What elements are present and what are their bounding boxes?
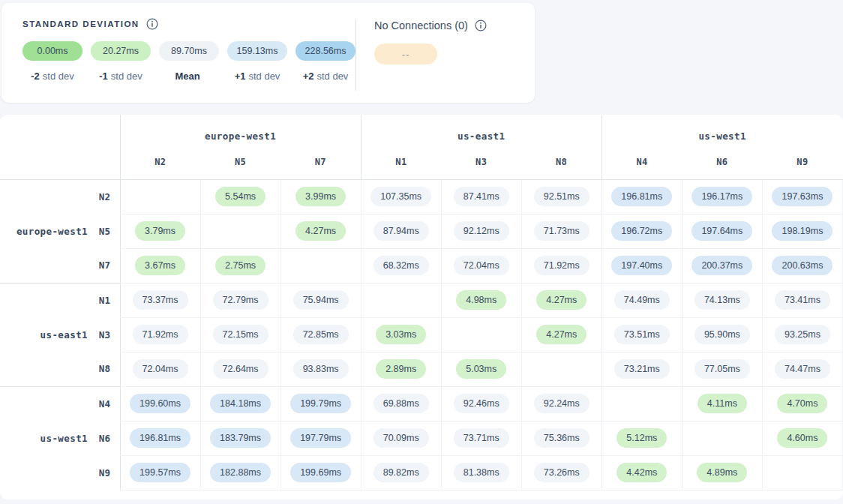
latency-cell: 74.47ms <box>762 352 842 386</box>
latency-pill[interactable]: 4.27ms <box>296 221 346 241</box>
latency-pill[interactable]: 200.63ms <box>772 256 832 275</box>
latency-cell: 199.57ms <box>120 455 200 490</box>
latency-pill[interactable]: 4.89ms <box>697 463 747 482</box>
latency-pill[interactable]: 71.73ms <box>534 221 590 241</box>
latency-pill[interactable]: 72.79ms <box>213 290 268 310</box>
latency-pill[interactable]: 3.67ms <box>135 256 185 275</box>
node-column-header: N3 <box>441 149 521 179</box>
latency-pill[interactable]: 200.37ms <box>692 256 752 275</box>
latency-pill[interactable]: 70.09ms <box>374 428 429 448</box>
latency-pill[interactable]: 184.18ms <box>210 394 271 413</box>
latency-pill[interactable]: 87.94ms <box>374 221 429 241</box>
latency-pill[interactable]: 74.49ms <box>614 290 670 310</box>
latency-pill[interactable]: 196.81ms <box>130 428 190 448</box>
latency-pill[interactable]: 107.35ms <box>370 187 431 206</box>
latency-pill[interactable]: 93.25ms <box>775 325 830 344</box>
latency-pill[interactable]: 5.12ms <box>616 428 667 448</box>
latency-pill[interactable]: 93.83ms <box>293 359 349 379</box>
latency-pill[interactable]: 4.42ms <box>616 463 667 482</box>
latency-pill[interactable]: 183.79ms <box>210 428 271 448</box>
latency-pill[interactable]: 5.03ms <box>456 359 506 379</box>
latency-pill[interactable]: 95.90ms <box>694 325 750 344</box>
latency-pill[interactable]: 92.51ms <box>534 187 590 206</box>
latency-pill[interactable]: 4.98ms <box>456 290 506 310</box>
latency-pill[interactable]: 2.89ms <box>376 359 426 379</box>
region-row-header: us-west1 <box>0 386 88 490</box>
latency-pill[interactable]: 4.27ms <box>536 325 586 344</box>
latency-pill[interactable]: 3.79ms <box>135 221 185 241</box>
latency-pill[interactable]: 81.38ms <box>454 463 509 482</box>
self-latency-cell <box>602 386 682 421</box>
latency-pill[interactable]: 72.64ms <box>213 359 268 379</box>
latency-pill[interactable]: 199.60ms <box>130 394 190 413</box>
latency-pill[interactable]: 5.54ms <box>215 187 266 206</box>
latency-cell: 200.37ms <box>682 248 762 283</box>
latency-cell: 71.92ms <box>120 317 200 352</box>
latency-pill[interactable]: 199.79ms <box>290 394 351 413</box>
latency-pill[interactable]: 199.69ms <box>290 463 351 482</box>
latency-pill[interactable]: 71.92ms <box>534 256 590 275</box>
latency-pill[interactable]: 197.63ms <box>772 187 832 206</box>
latency-pill[interactable]: 3.99ms <box>296 187 346 206</box>
latency-pill[interactable]: 74.47ms <box>775 359 830 379</box>
latency-cell: 73.26ms <box>521 455 602 490</box>
latency-cell: 199.69ms <box>280 455 361 490</box>
legend-labels-row: -2std dev -1std dev Mean +1std dev +2std… <box>22 70 356 82</box>
latency-pill[interactable]: 92.46ms <box>454 394 509 413</box>
latency-pill[interactable]: 69.88ms <box>374 394 429 413</box>
latency-pill[interactable]: 73.37ms <box>133 290 188 310</box>
latency-pill[interactable]: 73.41ms <box>775 290 830 310</box>
latency-pill[interactable]: 4.11ms <box>698 394 747 413</box>
latency-cell: 71.92ms <box>521 248 602 283</box>
latency-pill[interactable]: 196.81ms <box>611 187 672 206</box>
latency-pill[interactable]: 72.15ms <box>213 325 268 344</box>
latency-pill[interactable]: 92.24ms <box>534 394 590 413</box>
latency-pill[interactable]: 73.26ms <box>534 463 590 482</box>
latency-pill[interactable]: 197.79ms <box>290 428 351 448</box>
latency-cell: 197.63ms <box>762 179 842 214</box>
latency-pill[interactable]: 196.72ms <box>611 221 672 241</box>
no-connections-title: No Connections (0) <box>374 20 468 32</box>
info-icon[interactable] <box>146 18 158 30</box>
latency-pill[interactable]: 197.64ms <box>692 221 752 241</box>
latency-pill[interactable]: 75.36ms <box>534 428 590 448</box>
latency-pill[interactable]: 198.19ms <box>772 221 832 241</box>
latency-cell: 74.49ms <box>602 283 682 317</box>
latency-pill[interactable]: 92.12ms <box>454 221 509 241</box>
latency-pill[interactable]: 75.94ms <box>293 290 349 310</box>
latency-pill[interactable]: 89.82ms <box>374 463 429 482</box>
latency-pill[interactable]: 73.71ms <box>454 428 509 448</box>
corner-cell <box>0 115 120 179</box>
latency-pill[interactable]: 3.03ms <box>376 325 426 344</box>
latency-pill[interactable]: 87.41ms <box>454 187 509 206</box>
latency-pill[interactable]: 199.57ms <box>130 463 190 482</box>
latency-pill[interactable]: 196.17ms <box>692 187 752 206</box>
latency-pill[interactable]: 197.40ms <box>611 256 672 275</box>
no-connections-pill: -- <box>374 44 437 64</box>
latency-pill[interactable]: 77.05ms <box>694 359 750 379</box>
node-row-header: N5 <box>88 214 120 248</box>
latency-pill[interactable]: 182.88ms <box>210 463 271 482</box>
latency-pill[interactable]: 72.04ms <box>454 256 509 275</box>
latency-cell: 75.94ms <box>280 283 361 317</box>
latency-pill[interactable]: 72.85ms <box>293 325 349 344</box>
latency-cell: 196.72ms <box>602 214 682 248</box>
latency-pill[interactable]: 74.13ms <box>694 290 750 310</box>
latency-cell: 197.64ms <box>682 214 762 248</box>
latency-pill[interactable]: 4.27ms <box>536 290 586 310</box>
self-latency-cell <box>682 421 762 455</box>
info-icon[interactable] <box>475 20 487 32</box>
latency-pill[interactable]: 2.75ms <box>215 256 266 275</box>
latency-pill[interactable]: 4.70ms <box>777 394 827 413</box>
latency-pill[interactable]: 4.60ms <box>777 428 827 448</box>
latency-pill[interactable]: 71.92ms <box>133 325 188 344</box>
latency-pill[interactable]: 73.51ms <box>614 325 670 344</box>
legend-pills-row: 0.00ms 20.27ms 89.70ms 159.13ms 228.56ms <box>22 41 356 61</box>
latency-cell: 72.79ms <box>200 283 280 317</box>
latency-pill[interactable]: 73.21ms <box>614 359 670 379</box>
latency-pill[interactable]: 72.04ms <box>133 359 188 379</box>
no-connections-legend: No Connections (0) -- <box>356 18 487 103</box>
self-latency-cell <box>521 352 602 386</box>
latency-pill[interactable]: 68.32ms <box>374 256 429 275</box>
latency-cell: 69.88ms <box>361 386 441 421</box>
